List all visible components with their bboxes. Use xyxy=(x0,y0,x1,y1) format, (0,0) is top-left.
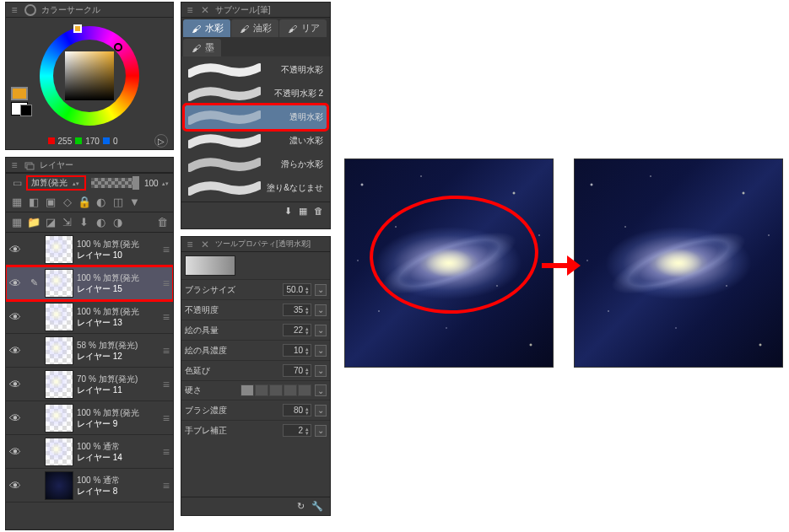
layer-thumbnail[interactable] xyxy=(45,336,73,365)
expand-icon[interactable]: ⌄ xyxy=(315,304,327,316)
close-icon[interactable]: ✕ xyxy=(200,239,210,250)
ruler-icon[interactable]: ◫ xyxy=(111,195,125,209)
draft-icon[interactable]: ◇ xyxy=(60,195,74,209)
layer-row[interactable]: 👁100 % 加算(発光レイヤー 10≡ xyxy=(6,233,173,266)
layer-row[interactable]: 👁100 % 加算(発光レイヤー 9≡ xyxy=(6,401,173,435)
new-folder-icon[interactable]: 📁 xyxy=(26,215,41,229)
layer-row[interactable]: 👁58 % 加算(発光)レイヤー 12≡ xyxy=(6,334,173,368)
property-value[interactable]: 2▴▾ xyxy=(283,424,311,437)
expand-icon[interactable]: ⌄ xyxy=(315,365,327,377)
brush-item[interactable]: 不透明水彩 2 xyxy=(185,82,327,105)
layer-name[interactable]: レイヤー 9 xyxy=(77,418,159,429)
expand-icon[interactable]: ⌄ xyxy=(315,345,327,357)
layer-menu-icon[interactable]: ≡ xyxy=(163,277,170,290)
layer-name[interactable]: レイヤー 10 xyxy=(77,250,159,261)
visibility-toggle[interactable]: 👁 xyxy=(8,478,23,493)
blend-mode-dropdown[interactable]: 加算(発光 ▴▾ xyxy=(26,175,86,191)
brush-item[interactable]: 透明水彩 xyxy=(185,105,327,129)
reset-icon[interactable]: ↻ xyxy=(297,501,305,512)
mask-icon[interactable]: ◐ xyxy=(94,195,108,209)
menu-icon[interactable]: ≡ xyxy=(9,5,19,15)
spinner-icon[interactable]: ▴▾ xyxy=(305,406,309,415)
property-value[interactable]: 10▴▾ xyxy=(283,344,311,357)
visibility-toggle[interactable]: 👁 xyxy=(8,309,23,325)
brush-item[interactable]: 不透明水彩 xyxy=(185,58,327,82)
layer-row[interactable]: 👁70 % 加算(発光)レイヤー 11≡ xyxy=(6,368,173,401)
color-square[interactable] xyxy=(65,51,114,100)
opacity-value[interactable]: 100 ▴▾ xyxy=(144,179,170,188)
layer-thumbnail[interactable] xyxy=(45,235,73,264)
color-label-icon[interactable]: ▼ xyxy=(127,195,142,209)
visibility-toggle[interactable]: 👁 xyxy=(8,343,23,358)
wrench-icon[interactable]: 🔧 xyxy=(311,501,323,512)
property-value[interactable]: 80▴▾ xyxy=(283,404,311,416)
layer-row[interactable]: 👁100 % 通常レイヤー 14≡ xyxy=(6,435,173,469)
property-value[interactable]: 70▴▾ xyxy=(283,364,311,377)
visibility-toggle[interactable]: 👁 xyxy=(8,411,23,426)
layer-thumbnail[interactable] xyxy=(45,438,73,466)
layer-menu-icon[interactable]: ≡ xyxy=(163,411,170,425)
layer-thumbnail[interactable] xyxy=(45,269,73,298)
visibility-toggle[interactable]: 👁 xyxy=(8,276,23,291)
layer-name[interactable]: レイヤー 13 xyxy=(77,317,159,328)
color-mode-toggle[interactable]: ▷ xyxy=(154,134,168,148)
visibility-toggle[interactable]: 👁 xyxy=(8,444,23,459)
layer-name[interactable]: レイヤー 15 xyxy=(77,283,159,294)
spinner-icon[interactable]: ▴▾ xyxy=(305,306,309,314)
delete-layer-icon[interactable]: 🗑 xyxy=(155,215,170,229)
visibility-toggle[interactable]: 👁 xyxy=(8,377,23,392)
add-subtool-icon[interactable]: ▦ xyxy=(299,206,307,217)
layer-menu-icon[interactable]: ≡ xyxy=(163,479,170,492)
opacity-slider[interactable] xyxy=(91,178,139,188)
transfer-icon[interactable]: ⇲ xyxy=(60,215,74,229)
spinner-icon[interactable]: ▴▾ xyxy=(305,427,309,435)
subtool-tab[interactable]: 🖌水彩 xyxy=(183,19,230,37)
layer-row[interactable]: 👁✎100 % 加算(発光レイヤー 15≡ xyxy=(6,266,173,300)
menu-icon[interactable]: ≡ xyxy=(9,160,19,170)
brush-item[interactable]: 塗り&なじませ xyxy=(185,176,327,200)
close-icon[interactable]: ✕ xyxy=(200,5,210,15)
layer-menu-icon[interactable]: ≡ xyxy=(163,378,170,391)
property-value[interactable]: 50.0▴▾ xyxy=(283,283,311,296)
spinner-icon[interactable]: ▴▾ xyxy=(305,286,309,294)
subtool-tab[interactable]: 🖌油彩 xyxy=(231,19,278,37)
expand-icon[interactable]: ⌄ xyxy=(315,405,327,416)
layer-thumbnail[interactable] xyxy=(45,471,73,500)
subtool-tab[interactable]: 🖌リア xyxy=(279,19,327,37)
subtool-tab-sumi[interactable]: 🖌 墨 xyxy=(183,39,221,56)
reference-icon[interactable]: ▣ xyxy=(43,195,57,209)
download-icon[interactable]: ⬇ xyxy=(284,206,292,217)
menu-icon[interactable]: ≡ xyxy=(185,239,195,250)
layer-row[interactable]: 👁100 % 通常レイヤー 8≡ xyxy=(6,469,173,502)
layer-thumbnail[interactable] xyxy=(45,303,73,331)
merge-icon[interactable]: ⬇ xyxy=(77,215,91,229)
layer-name[interactable]: レイヤー 8 xyxy=(77,486,159,497)
layer-menu-icon[interactable]: ≡ xyxy=(163,445,170,459)
menu-icon[interactable]: ≡ xyxy=(185,5,195,15)
hue-handle[interactable] xyxy=(73,24,82,33)
layer-menu-icon[interactable]: ≡ xyxy=(163,344,170,357)
apply-mask-icon[interactable]: ◑ xyxy=(111,215,125,229)
edit-target-icon[interactable]: ✎ xyxy=(26,276,41,291)
layer-name[interactable]: レイヤー 12 xyxy=(77,351,159,362)
property-value[interactable]: 35▴▾ xyxy=(283,304,311,316)
brush-item[interactable]: 濃い水彩 xyxy=(185,129,327,153)
clip-icon[interactable]: ◧ xyxy=(26,195,41,209)
layer-thumbnail[interactable] xyxy=(45,370,73,399)
expand-icon[interactable]: ⌄ xyxy=(315,284,327,296)
new-layer-icon[interactable]: ▦ xyxy=(9,215,24,229)
visibility-toggle[interactable]: 👁 xyxy=(8,242,23,257)
spinner-icon[interactable]: ▴▾ xyxy=(305,326,309,335)
normal-blend-icon[interactable]: ▭ xyxy=(9,175,24,191)
layer-row[interactable]: 👁100 % 加算(発光レイヤー 13≡ xyxy=(6,300,173,334)
expand-icon[interactable]: ⌄ xyxy=(315,325,327,336)
property-value[interactable]: 22▴▾ xyxy=(283,324,311,336)
background-swatch[interactable] xyxy=(11,102,28,116)
lock-all-icon[interactable]: ▦ xyxy=(9,195,24,209)
foreground-swatch[interactable] xyxy=(11,87,28,100)
layer-menu-icon[interactable]: ≡ xyxy=(163,310,170,324)
expand-icon[interactable]: ⌄ xyxy=(315,425,327,437)
color-wheel-area[interactable] xyxy=(6,18,173,134)
sv-handle[interactable] xyxy=(114,43,122,51)
spinner-icon[interactable]: ▴▾ xyxy=(305,347,309,355)
